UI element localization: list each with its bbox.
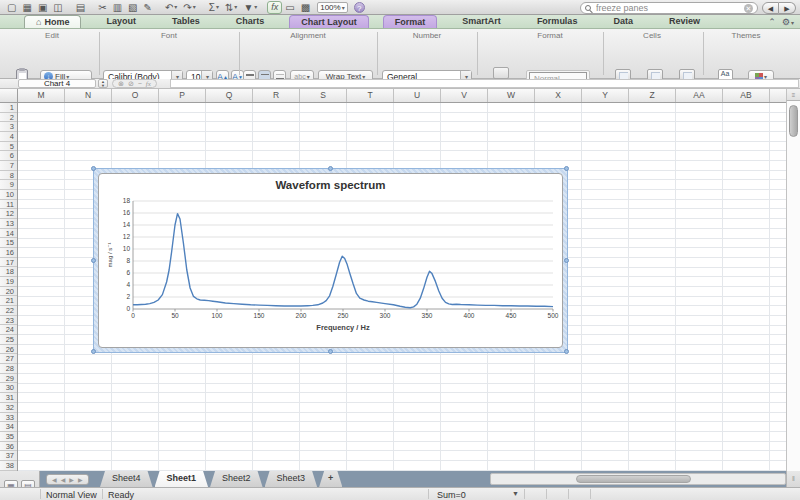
collapse-ribbon-icon[interactable]: ⌃ (768, 17, 776, 27)
last-sheet-icon[interactable]: ▶ (78, 476, 83, 483)
column-header-AA[interactable]: AA (676, 89, 723, 103)
filter-icon[interactable]: ▼ (240, 1, 260, 14)
row-header-37[interactable]: 37 (0, 451, 17, 461)
scrollbar-resize-icon[interactable]: ‖ (786, 471, 800, 487)
paste-icon[interactable]: ▧ (125, 1, 140, 14)
search-input[interactable]: freeze panes ✕ (580, 2, 758, 14)
prev-sheet-icon[interactable]: ◀ (61, 476, 66, 483)
zoom-dropdown[interactable]: 100% (317, 2, 347, 13)
row-header-30[interactable]: 30 (0, 383, 17, 393)
row-header-33[interactable]: 33 (0, 413, 17, 423)
row-header-32[interactable]: 32 (0, 403, 17, 413)
column-header-AB[interactable]: AB (723, 89, 770, 103)
show-formulas-icon[interactable]: ▭ (282, 1, 297, 14)
open-icon[interactable]: ▣ (35, 1, 50, 14)
tab-chart-layout[interactable]: Chart Layout (289, 15, 369, 28)
row-header-28[interactable]: 28 (0, 364, 17, 374)
row-header-27[interactable]: 27 (0, 354, 17, 364)
tab-format[interactable]: Format (383, 15, 438, 28)
sheet-tab-sheet2[interactable]: Sheet2 (210, 471, 263, 487)
tab-review[interactable]: Review (658, 15, 711, 28)
row-header-23[interactable]: 23 (0, 316, 17, 326)
column-header-T[interactable]: T (347, 89, 394, 103)
row-header-10[interactable]: 10 (0, 190, 17, 200)
row-header-13[interactable]: 13 (0, 219, 17, 229)
fx-icon[interactable]: fx (146, 80, 151, 88)
column-header-O[interactable]: O (112, 89, 159, 103)
column-header-AC[interactable]: AC (770, 89, 786, 103)
select-all-corner[interactable] (0, 89, 18, 103)
row-header-3[interactable]: 3 (0, 122, 17, 132)
tab-data[interactable]: Data (602, 15, 644, 28)
format-painter-icon[interactable]: ✎ (141, 1, 155, 14)
sum-indicator[interactable]: Sum=0 (437, 490, 466, 500)
selection-handle[interactable] (564, 258, 569, 263)
column-header-M[interactable]: M (18, 89, 65, 103)
row-header-14[interactable]: 14 (0, 229, 17, 239)
row-header-19[interactable]: 19 (0, 277, 17, 287)
tab-tables[interactable]: Tables (161, 15, 211, 28)
chart-object-selected[interactable]: Waveform spectrum 0246810121416180501001… (93, 168, 568, 353)
row-header-18[interactable]: 18 (0, 267, 17, 277)
sort-icon[interactable]: ⇅ (222, 1, 240, 14)
help-icon[interactable]: ? (354, 2, 365, 13)
save-icon[interactable]: ◫ (50, 1, 65, 14)
row-header-31[interactable]: 31 (0, 393, 17, 403)
clear-search-icon[interactable]: ✕ (744, 4, 753, 13)
selection-handle[interactable] (91, 258, 96, 263)
row-header-2[interactable]: 2 (0, 113, 17, 123)
selection-handle[interactable] (564, 166, 569, 171)
copy-icon[interactable]: ▥ (110, 1, 125, 14)
tab-smartart[interactable]: SmartArt (451, 15, 512, 28)
undo-icon[interactable]: ↶ (162, 1, 180, 14)
row-header-6[interactable]: 6 (0, 151, 17, 161)
enter-icon[interactable]: ⊘ (128, 80, 134, 88)
print-icon[interactable]: ▤ (73, 1, 88, 14)
row-header-1[interactable]: 1 (0, 103, 17, 113)
selection-handle[interactable] (564, 349, 569, 354)
sheet-tab-sheet1[interactable]: Sheet1 (155, 471, 209, 487)
selection-handle[interactable] (328, 349, 333, 354)
row-header-25[interactable]: 25 (0, 335, 17, 345)
row-header-5[interactable]: 5 (0, 142, 17, 152)
vertical-scrollbar-thumb[interactable] (789, 105, 798, 137)
ribbon-settings-gear-icon[interactable]: ⚙ (782, 17, 794, 27)
cut-icon[interactable]: ✂ (95, 1, 109, 14)
sheet-tab-sheet3[interactable]: Sheet3 (265, 471, 318, 487)
column-header-X[interactable]: X (535, 89, 582, 103)
row-header-26[interactable]: 26 (0, 345, 17, 355)
redo-icon[interactable]: ↷ (180, 1, 198, 14)
tab-charts[interactable]: Charts (225, 15, 276, 28)
row-header-11[interactable]: 11 (0, 200, 17, 210)
row-header-8[interactable]: 8 (0, 171, 17, 181)
column-header-W[interactable]: W (488, 89, 535, 103)
selection-handle[interactable] (91, 349, 96, 354)
sheet-tab-sheet4[interactable]: Sheet4 (100, 471, 153, 487)
column-header-N[interactable]: N (65, 89, 112, 103)
row-header-4[interactable]: 4 (0, 132, 17, 142)
autosum-icon[interactable]: Σ (206, 1, 222, 14)
column-header-U[interactable]: U (394, 89, 441, 103)
name-box[interactable]: Chart 4 (18, 79, 96, 88)
tab-home[interactable]: ⌂Home (24, 15, 81, 28)
split-handle[interactable]: ≡ (786, 89, 800, 101)
chart-title[interactable]: Waveform spectrum (99, 179, 562, 191)
row-header-20[interactable]: 20 (0, 287, 17, 297)
add-sheet-button[interactable]: + (319, 471, 342, 487)
row-header-36[interactable]: 36 (0, 442, 17, 452)
formula-builder-icon[interactable]: fx (267, 1, 282, 14)
chart-area[interactable]: Waveform spectrum 0246810121416180501001… (98, 173, 563, 348)
row-header-16[interactable]: 16 (0, 248, 17, 258)
chart-plot[interactable]: 0246810121416180501001502002503003504004… (103, 194, 565, 346)
row-header-21[interactable]: 21 (0, 296, 17, 306)
column-header-V[interactable]: V (441, 89, 488, 103)
row-header-15[interactable]: 15 (0, 238, 17, 248)
column-header-Q[interactable]: Q (206, 89, 253, 103)
row-header-12[interactable]: 12 (0, 209, 17, 219)
row-header-24[interactable]: 24 (0, 325, 17, 335)
row-header-34[interactable]: 34 (0, 422, 17, 432)
sum-dropdown-icon[interactable]: ▼ (512, 490, 519, 497)
column-header-Z[interactable]: Z (629, 89, 676, 103)
tab-formulas[interactable]: Formulas (526, 15, 589, 28)
row-header-22[interactable]: 22 (0, 306, 17, 316)
